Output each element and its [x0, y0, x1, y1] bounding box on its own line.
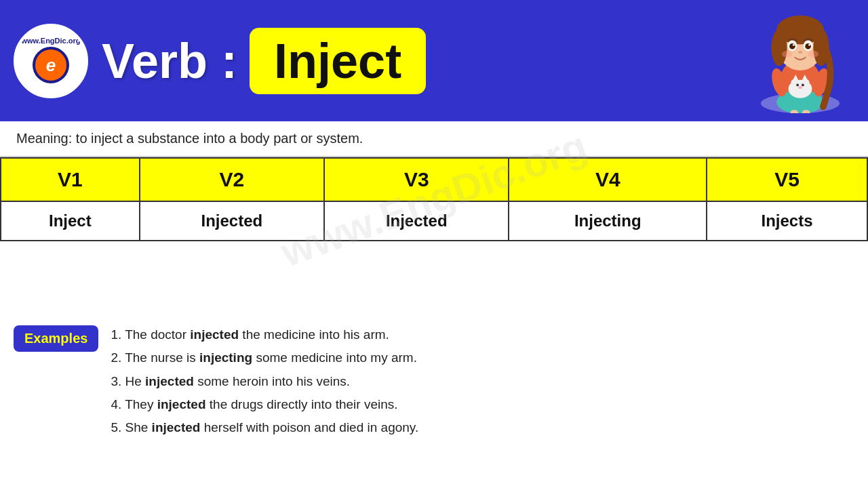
verb-label: Verb : — [102, 33, 237, 89]
svg-point-22 — [808, 44, 810, 46]
col-v3: V3 — [324, 158, 509, 201]
example-1-after: the medicine into his arm. — [239, 327, 389, 342]
svg-point-15 — [771, 29, 787, 66]
list-item: 5. She injected herself with poison and … — [111, 417, 418, 439]
example-4-before: 4. They — [111, 397, 157, 411]
examples-list: 1. The doctor injected the medicine into… — [111, 324, 418, 440]
logo-e-letter: e — [46, 55, 56, 76]
logo: www.EngDic.org e — [14, 24, 88, 98]
examples-badge: Examples — [14, 325, 98, 352]
col-v1: V1 — [1, 158, 140, 201]
table-section: www.EngDic.org V1 V2 V3 V4 V5 Inject Inj… — [0, 157, 868, 314]
cell-v1: Inject — [1, 201, 140, 241]
cell-v4: Injecting — [509, 201, 707, 241]
cell-v2: Injected — [140, 201, 324, 241]
svg-point-19 — [789, 43, 795, 49]
meaning-section: Meaning: to inject a substance into a bo… — [0, 121, 868, 157]
example-3-before: 3. He — [111, 374, 145, 388]
example-2-bold: injecting — [199, 350, 252, 365]
list-item: 1. The doctor injected the medicine into… — [111, 324, 418, 346]
header-title-area: Verb : Inject — [88, 28, 746, 94]
examples-section: Examples 1. The doctor injected the medi… — [0, 314, 868, 488]
example-2-before: 2. The nurse is — [111, 350, 199, 365]
example-5-after: herself with poison and died in agony. — [200, 420, 418, 434]
example-3-bold: injected — [145, 374, 194, 388]
example-4-after: the drugs directly into their veins. — [206, 397, 398, 411]
cell-v5: Injects — [707, 201, 867, 241]
example-5-before: 5. She — [111, 420, 151, 434]
svg-point-20 — [805, 43, 811, 49]
example-3-after: some heroin into his veins. — [194, 374, 350, 388]
verb-word-box: Inject — [250, 28, 426, 94]
character-illustration — [746, 8, 854, 113]
svg-point-12 — [798, 86, 802, 89]
svg-point-24 — [782, 51, 792, 58]
svg-point-10 — [796, 83, 799, 86]
verb-word: Inject — [274, 33, 401, 89]
example-1-before: 1. The doctor — [111, 327, 190, 342]
svg-point-11 — [802, 83, 804, 86]
verb-table: V1 V2 V3 V4 V5 Inject Injected Injected … — [0, 157, 868, 241]
example-1-bold: injected — [190, 327, 239, 342]
cell-v3: Injected — [324, 201, 509, 241]
table-row: Inject Injected Injected Injecting Injec… — [1, 201, 867, 241]
table-header-row: V1 V2 V3 V4 V5 — [1, 158, 867, 201]
logo-e-circle: e — [33, 47, 69, 83]
list-item: 2. The nurse is injecting some medicine … — [111, 347, 418, 369]
svg-point-25 — [808, 51, 818, 58]
page-wrapper: www.EngDic.org e Verb : Inject — [0, 0, 868, 488]
col-v5: V5 — [707, 158, 867, 201]
svg-point-21 — [793, 44, 795, 46]
character-svg — [753, 12, 848, 113]
col-v2: V2 — [140, 158, 324, 201]
list-item: 4. They injected the drugs directly into… — [111, 394, 418, 415]
example-4-bold: injected — [157, 397, 206, 411]
list-item: 3. He injected some heroin into his vein… — [111, 371, 418, 392]
col-v4: V4 — [509, 158, 707, 201]
example-5-bold: injected — [152, 420, 201, 434]
header-banner: www.EngDic.org e Verb : Inject — [0, 0, 868, 121]
logo-text: www.EngDic.org — [22, 37, 81, 45]
example-2-after: some medicine into my arm. — [252, 350, 417, 365]
svg-point-23 — [798, 51, 802, 54]
meaning-text: Meaning: to inject a substance into a bo… — [16, 131, 363, 146]
